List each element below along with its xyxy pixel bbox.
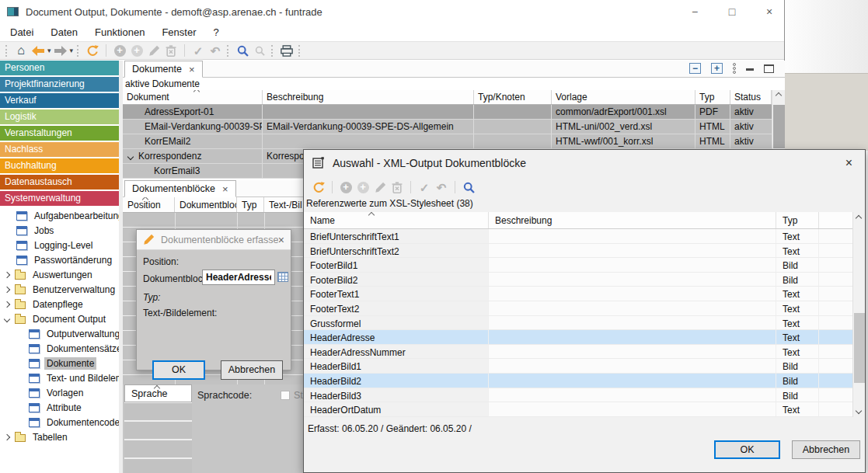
tree-item-auswertungen[interactable]: Auswertungen: [0, 267, 119, 282]
sidebar-section-veranstaltungen[interactable]: Veranstaltungen: [0, 126, 119, 141]
search-button[interactable]: [235, 43, 250, 58]
panel-minimize-icon[interactable]: [746, 68, 754, 71]
edit-button[interactable]: [372, 179, 388, 195]
list-item[interactable]: HeaderBild3Bild: [304, 388, 865, 403]
tree-item-outputverwaltung[interactable]: Outputverwaltung: [0, 326, 119, 341]
tree-item-attribute[interactable]: Attribute: [0, 400, 119, 415]
tree-item-benutzerverwaltung[interactable]: Benutzerverwaltung: [0, 282, 119, 297]
list-item[interactable]: HeaderOrtDatumText: [304, 402, 865, 417]
list-item[interactable]: FooterBild2Bild: [304, 273, 865, 287]
tree-item-dokumente[interactable]: Dokumente: [0, 356, 119, 370]
col-typ-knoten[interactable]: Typ/Knoten: [474, 90, 552, 104]
list-item[interactable]: GrussformelText: [304, 316, 865, 331]
tree-item-document-output[interactable]: Document Output: [0, 311, 119, 326]
toolbar-grip[interactable]: [5, 45, 9, 57]
col-beschreibung[interactable]: Beschreibung: [263, 90, 474, 104]
undo-button[interactable]: ↶: [207, 43, 223, 58]
chevron-down-icon[interactable]: [4, 315, 10, 322]
scroll-thumb[interactable]: [773, 105, 785, 148]
back-button[interactable]: [30, 43, 46, 58]
tab-dokumentenbloecke[interactable]: Dokumentenblöcke ×: [124, 180, 236, 197]
chevron-right-icon[interactable]: [4, 286, 10, 292]
sidebar-section-systemverwaltung[interactable]: Systemverwaltung: [0, 191, 119, 206]
sidebar-section-verkauf[interactable]: Verkauf: [0, 93, 119, 108]
scroll-down-icon[interactable]: [856, 408, 862, 414]
col-position[interactable]: Position: [123, 197, 175, 212]
tree-item-jobs[interactable]: Jobs: [0, 223, 119, 238]
toolbar-grip[interactable]: [77, 45, 81, 57]
back-caret-icon[interactable]: ▾: [47, 47, 51, 54]
list-item[interactable]: HeaderBild1Bild: [304, 359, 865, 374]
col-beschreibung[interactable]: Beschreibung: [489, 212, 776, 228]
col-dokument[interactable]: Dokument: [123, 90, 263, 104]
home-button[interactable]: ⌂: [13, 43, 29, 58]
menu-fenster[interactable]: Fenster: [153, 25, 204, 40]
delete-button[interactable]: [163, 43, 179, 58]
delete-button[interactable]: [389, 179, 405, 195]
toolbar-grip[interactable]: [227, 45, 231, 57]
sidebar-section-logistik[interactable]: Logistik: [0, 110, 119, 124]
sidebar-section-personen[interactable]: Personen: [0, 61, 119, 75]
tree-item-dokumentensaetze[interactable]: Dokumentensätze: [0, 341, 119, 356]
col-status[interactable]: Status: [730, 90, 772, 104]
ok-button[interactable]: OK: [152, 360, 205, 380]
sidebar-section-nachlass[interactable]: Nachlass: [0, 142, 119, 157]
table-row[interactable]: EMail-Verdankung-00039-SPE-D EMail-Verda…: [123, 120, 772, 134]
table-row[interactable]: AdressExport-01 common/adrExport/001.xsl…: [123, 105, 772, 120]
collapse-all-icon[interactable]: −: [689, 63, 701, 74]
tab-close-icon[interactable]: ×: [189, 64, 195, 75]
toolbar-grip[interactable]: [271, 45, 275, 57]
col-sprache[interactable]: Sprache: [124, 384, 192, 402]
tree-item-logging-level[interactable]: Logging-Level: [0, 238, 119, 252]
sidebar-section-datenaustausch[interactable]: Datenaustausch: [0, 175, 119, 190]
list-item-selected[interactable]: HeaderBild2Bild: [304, 374, 865, 388]
minimize-button[interactable]: −: [688, 5, 702, 18]
list-item[interactable]: HeaderAdressNummerText: [304, 345, 865, 360]
copy-button[interactable]: +: [129, 43, 145, 58]
add-button[interactable]: +: [112, 43, 127, 58]
table-row[interactable]: KorrEMail2 HTML-wwf/001_korr.xsl HTML ak…: [123, 134, 772, 149]
add-button[interactable]: +: [338, 179, 354, 195]
close-icon[interactable]: ×: [845, 156, 852, 170]
tree-item-aufgabenbearbeitung[interactable]: Aufgabenbearbeitung: [0, 208, 119, 223]
sidebar-section-projektfinanzierung[interactable]: Projektfinanzierung: [0, 77, 119, 92]
menu-funktionen[interactable]: Funktionen: [86, 25, 153, 40]
toolbar-grip[interactable]: [298, 45, 302, 57]
scroll-up-icon[interactable]: [856, 215, 862, 221]
scroll-up-icon[interactable]: [776, 92, 782, 99]
col-dokumentblock[interactable]: Dokumentblock: [175, 197, 237, 212]
list-item[interactable]: FooterBild1Bild: [304, 258, 865, 273]
forward-caret-icon[interactable]: ▾: [70, 47, 74, 54]
tab-close-icon[interactable]: ×: [222, 183, 228, 195]
cancel-button[interactable]: Abbrechen: [221, 360, 283, 380]
menu-help[interactable]: ?: [204, 25, 227, 40]
chevron-right-icon[interactable]: [4, 301, 10, 307]
chevron-right-icon[interactable]: [4, 433, 10, 440]
tree-item-passwortaenderung[interactable]: Passwortänderung: [0, 252, 119, 267]
more-options-icon[interactable]: [733, 63, 736, 74]
col-vorlage[interactable]: Vorlage: [552, 90, 695, 104]
dokumentblock-input[interactable]: [202, 270, 275, 285]
expand-all-icon[interactable]: +: [711, 63, 723, 74]
search-secondary-button[interactable]: [252, 43, 267, 58]
cancel-button[interactable]: Abbrechen: [792, 440, 860, 459]
list-item[interactable]: BriefUnterschriftText1Text: [304, 229, 865, 244]
list-item[interactable]: BriefUnterschriftText2Text: [304, 244, 865, 259]
confirm-button[interactable]: ✓: [417, 179, 432, 195]
standard-checkbox[interactable]: [281, 391, 290, 400]
maximize-button[interactable]: □: [725, 5, 739, 18]
list-item[interactable]: FooterText1Text: [304, 287, 865, 301]
refresh-button[interactable]: [85, 43, 100, 58]
scroll-thumb[interactable]: [854, 313, 865, 383]
ok-button[interactable]: OK: [714, 440, 780, 459]
chevron-right-icon[interactable]: [4, 271, 10, 277]
tree-item-datenpflege[interactable]: Datenpflege: [0, 297, 119, 311]
forward-button[interactable]: [53, 43, 68, 58]
menu-datei[interactable]: Datei: [2, 25, 42, 40]
sidebar-section-buchhaltung[interactable]: Buchhaltung: [0, 158, 119, 173]
auswahl-scrollbar[interactable]: [852, 212, 865, 417]
confirm-button[interactable]: ✓: [190, 43, 206, 58]
tree-item-tabellen[interactable]: Tabellen: [0, 430, 119, 444]
chevron-down-icon[interactable]: [127, 154, 134, 160]
search-button[interactable]: [461, 179, 476, 195]
